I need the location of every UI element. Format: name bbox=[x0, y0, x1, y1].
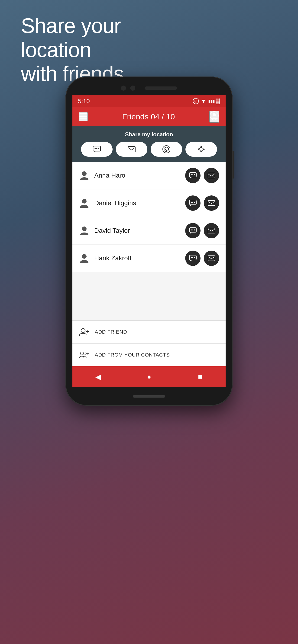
svg-rect-26 bbox=[208, 173, 215, 178]
svg-point-30 bbox=[192, 202, 193, 203]
svg-rect-32 bbox=[208, 200, 215, 206]
navigation-bar: ◀ ● ■ bbox=[72, 366, 226, 387]
status-time: 5:10 bbox=[78, 98, 90, 105]
phone-device: 5:10 ▼ ▮▮▮ ▓ bbox=[66, 76, 232, 406]
status-icons: ▼ ▮▮▮ ▓ bbox=[193, 98, 220, 104]
svg-rect-4 bbox=[79, 118, 87, 120]
svg-point-6 bbox=[213, 113, 216, 116]
camera-left bbox=[121, 86, 126, 91]
signal-icon: ▮▮▮ bbox=[208, 98, 214, 104]
friend-name-daniel: Daniel Higgins bbox=[94, 199, 181, 207]
recent-apps-button[interactable]: ■ bbox=[194, 371, 206, 382]
svg-point-21 bbox=[82, 171, 87, 176]
svg-rect-2 bbox=[79, 113, 87, 114]
friend-actions-daniel bbox=[185, 196, 219, 211]
svg-point-33 bbox=[82, 226, 87, 231]
svg-rect-44 bbox=[208, 256, 215, 261]
speaker-bar bbox=[145, 86, 177, 90]
avatar-daniel bbox=[79, 198, 90, 208]
svg-point-24 bbox=[192, 174, 193, 175]
email-hank-button[interactable] bbox=[204, 250, 219, 266]
avatar-anna bbox=[79, 170, 90, 181]
add-friend-icon bbox=[79, 327, 90, 337]
add-from-contacts-label: ADD FROM YOUR CONTACTS bbox=[95, 352, 170, 358]
share-buttons-row bbox=[81, 142, 217, 157]
avatar-david bbox=[79, 225, 90, 236]
battery-icon: ▓ bbox=[216, 98, 220, 104]
record-icon bbox=[193, 98, 199, 104]
svg-point-49 bbox=[83, 352, 86, 355]
bottom-actions: ADD FRIEND bbox=[72, 320, 226, 366]
svg-point-12 bbox=[163, 146, 170, 153]
friend-name-anna: Anna Haro bbox=[94, 172, 181, 179]
status-bar: 5:10 ▼ ▮▮▮ ▓ bbox=[72, 95, 226, 107]
phone-shell: 5:10 ▼ ▮▮▮ ▓ bbox=[66, 76, 232, 406]
svg-point-45 bbox=[81, 328, 85, 333]
friend-item-david: David Taylor bbox=[72, 217, 226, 244]
email-daniel-button[interactable] bbox=[204, 196, 219, 211]
svg-point-10 bbox=[98, 148, 99, 149]
sms-share-button[interactable] bbox=[81, 142, 113, 157]
phone-screen: 5:10 ▼ ▮▮▮ ▓ bbox=[72, 95, 226, 387]
svg-rect-3 bbox=[79, 116, 87, 117]
add-from-contacts-icon bbox=[79, 350, 90, 360]
svg-point-23 bbox=[191, 174, 192, 175]
app-bar: Friends 04 / 10 bbox=[72, 107, 226, 126]
add-from-contacts-item[interactable]: ADD FROM YOUR CONTACTS bbox=[72, 344, 226, 366]
friend-actions-david bbox=[185, 223, 219, 238]
svg-line-17 bbox=[201, 147, 204, 149]
wifi-icon: ▼ bbox=[201, 98, 206, 104]
phone-top-bar bbox=[66, 76, 232, 95]
share-label: Share my location bbox=[125, 131, 173, 138]
friends-list-spacer bbox=[72, 272, 226, 320]
phone-cameras bbox=[121, 86, 135, 91]
friend-item-hank: Hank Zakroff bbox=[72, 244, 226, 272]
friend-name-david: David Taylor bbox=[94, 227, 181, 234]
sms-hank-button[interactable] bbox=[185, 250, 200, 266]
svg-point-8 bbox=[95, 148, 96, 149]
svg-point-39 bbox=[82, 254, 87, 259]
svg-point-41 bbox=[191, 257, 192, 258]
svg-point-1 bbox=[195, 100, 196, 102]
friend-name-hank: Hank Zakroff bbox=[94, 254, 181, 262]
svg-point-29 bbox=[191, 202, 192, 203]
sms-anna-button[interactable] bbox=[185, 168, 200, 183]
svg-rect-38 bbox=[208, 228, 215, 233]
svg-line-20 bbox=[201, 149, 204, 152]
svg-point-48 bbox=[80, 352, 83, 355]
profile-button[interactable] bbox=[209, 111, 219, 123]
home-button[interactable]: ● bbox=[143, 371, 155, 382]
friend-item-anna: Anna Haro bbox=[72, 162, 226, 190]
friends-list: Anna Haro bbox=[72, 162, 226, 366]
home-indicator-bar bbox=[133, 395, 165, 398]
friend-item-daniel: Daniel Higgins bbox=[72, 190, 226, 217]
sms-david-button[interactable] bbox=[185, 223, 200, 238]
friend-actions-anna bbox=[185, 168, 219, 183]
svg-point-42 bbox=[192, 257, 193, 258]
svg-point-25 bbox=[194, 174, 195, 175]
back-button[interactable]: ◀ bbox=[92, 371, 104, 382]
more-share-button[interactable] bbox=[185, 142, 217, 157]
email-anna-button[interactable] bbox=[204, 168, 219, 183]
svg-rect-11 bbox=[128, 146, 135, 152]
app-title: Friends 04 / 10 bbox=[122, 112, 175, 121]
add-friend-item[interactable]: ADD FRIEND bbox=[72, 320, 226, 344]
svg-point-35 bbox=[191, 230, 192, 230]
svg-line-16 bbox=[199, 147, 201, 149]
svg-point-31 bbox=[194, 202, 195, 203]
whatsapp-share-button[interactable] bbox=[151, 142, 182, 157]
hero-title: Share yourlocationwith friends bbox=[21, 14, 124, 86]
svg-point-37 bbox=[194, 230, 195, 230]
share-section: Share my location bbox=[72, 126, 226, 162]
svg-point-43 bbox=[194, 257, 195, 258]
email-share-button[interactable] bbox=[116, 142, 147, 157]
phone-bottom bbox=[66, 387, 232, 406]
camera-right bbox=[130, 86, 135, 91]
svg-point-27 bbox=[82, 199, 87, 204]
avatar-hank bbox=[79, 253, 90, 264]
menu-button[interactable] bbox=[79, 112, 88, 121]
svg-point-36 bbox=[192, 230, 193, 230]
email-david-button[interactable] bbox=[204, 223, 219, 238]
friend-actions-hank bbox=[185, 250, 219, 266]
sms-daniel-button[interactable] bbox=[185, 196, 200, 211]
